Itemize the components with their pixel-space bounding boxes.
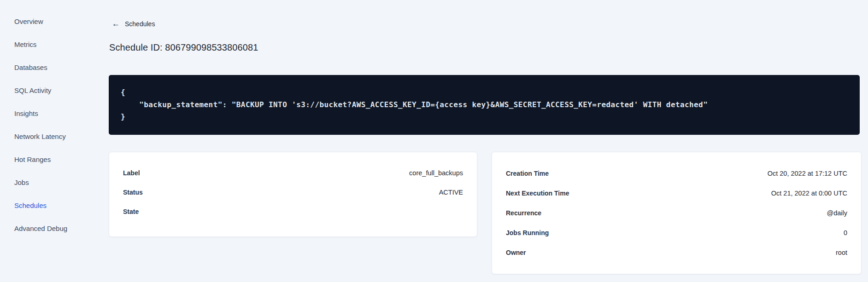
row-label: State: [123, 208, 139, 215]
row-label: Recurrence: [506, 209, 541, 217]
row-value: @daily: [827, 209, 847, 217]
arrow-left-icon: ←: [112, 20, 120, 28]
back-to-schedules-link[interactable]: ← Schedules: [112, 20, 155, 28]
code-line: {: [121, 86, 848, 99]
sidebar-item-advanced-debug[interactable]: Advanced Debug: [0, 217, 109, 240]
sidebar-item-insights[interactable]: Insights: [0, 102, 109, 125]
sidebar-item-metrics[interactable]: Metrics: [0, 33, 109, 56]
timing-row-next-execution-time: Next Execution Time Oct 21, 2022 at 0:00…: [506, 183, 847, 203]
code-line: }: [121, 111, 848, 123]
timing-row-recurrence: Recurrence @daily: [506, 203, 847, 223]
schedule-timing-card: Creation Time Oct 20, 2022 at 17:12 UTC …: [492, 152, 862, 274]
row-label: Status: [123, 189, 143, 196]
code-line: "backup_statement": "BACKUP INTO 's3://b…: [121, 99, 848, 111]
sidebar-item-schedules[interactable]: Schedules: [0, 194, 109, 217]
page-title: Schedule ID: 806799098533806081: [109, 42, 258, 53]
row-label: Owner: [506, 249, 526, 256]
row-value: core_full_backups: [409, 169, 463, 177]
back-link-label: Schedules: [125, 20, 155, 28]
row-value: ACTIVE: [439, 189, 463, 196]
sidebar-item-overview[interactable]: Overview: [0, 10, 109, 33]
row-label: Label: [123, 169, 140, 177]
row-value: Oct 20, 2022 at 17:12 UTC: [768, 170, 847, 177]
row-value: 0: [844, 229, 847, 236]
schedule-definition-code-block: { "backup_statement": "BACKUP INTO 's3:/…: [109, 75, 860, 135]
summary-row-status: Status ACTIVE: [123, 183, 463, 202]
timing-row-jobs-running: Jobs Running 0: [506, 223, 847, 242]
schedule-summary-card: Label core_full_backups Status ACTIVE St…: [109, 152, 477, 237]
sidebar-item-network-latency[interactable]: Network Latency: [0, 125, 109, 148]
sidebar-item-hot-ranges[interactable]: Hot Ranges: [0, 148, 109, 171]
sidebar-item-databases[interactable]: Databases: [0, 56, 109, 79]
sidebar-item-sql-activity[interactable]: SQL Activity: [0, 79, 109, 102]
sidebar-item-jobs[interactable]: Jobs: [0, 171, 109, 194]
row-value: Oct 21, 2022 at 0:00 UTC: [771, 190, 847, 197]
timing-row-owner: Owner root: [506, 242, 847, 262]
summary-row-label: Label core_full_backups: [123, 163, 463, 183]
row-value: root: [836, 249, 847, 256]
timing-row-creation-time: Creation Time Oct 20, 2022 at 17:12 UTC: [506, 163, 847, 183]
row-label: Next Execution Time: [506, 190, 569, 197]
sidebar: Overview Metrics Databases SQL Activity …: [0, 10, 109, 240]
row-label: Jobs Running: [506, 229, 549, 236]
summary-row-state: State: [123, 202, 463, 221]
row-label: Creation Time: [506, 170, 549, 177]
